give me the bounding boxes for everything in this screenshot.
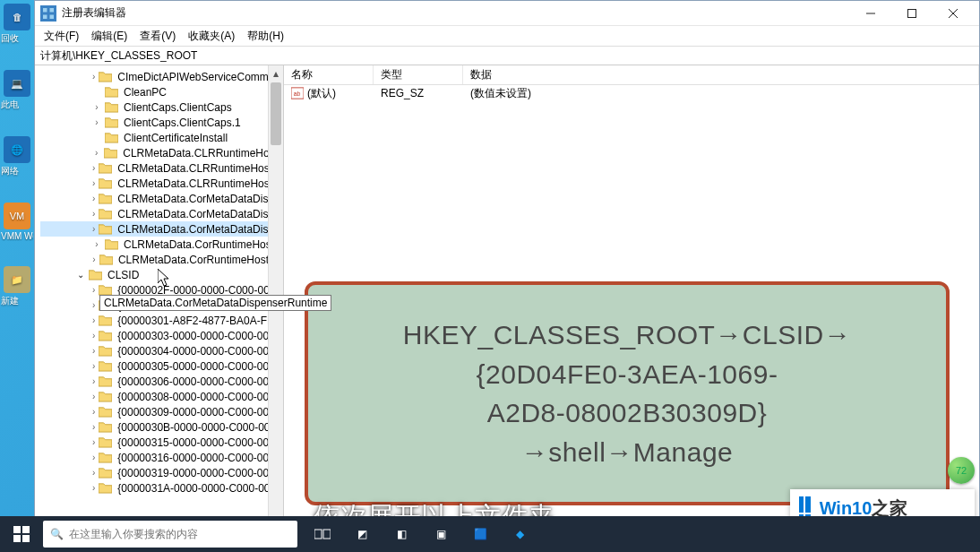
tree-node[interactable]: ›CImeDictAPIWebServiceComment.15 <box>40 69 283 84</box>
svg-rect-14 <box>22 535 30 542</box>
scroll-up-icon[interactable]: ▴ <box>269 65 283 81</box>
tree-node[interactable]: ›{00000306-0000-0000-C000-000000000 <box>40 374 283 389</box>
address-input[interactable] <box>40 49 974 62</box>
list-row[interactable]: ab (默认) REG_SZ (数值未设置) <box>284 85 979 101</box>
folder-icon <box>99 360 112 372</box>
col-name[interactable]: 名称 <box>284 65 374 84</box>
tree-node[interactable]: ›CLRMetaData.CLRRuntimeHost.2 <box>40 176 283 191</box>
chevron-right-icon[interactable]: › <box>92 194 95 203</box>
tree-node[interactable]: CleanPC <box>40 84 283 99</box>
chevron-down-icon[interactable]: ⌄ <box>76 270 85 280</box>
regedit-icon <box>40 5 56 22</box>
menu-fav[interactable]: 收藏夹(A) <box>188 29 235 44</box>
chevron-right-icon[interactable]: › <box>92 453 95 462</box>
tree-node[interactable]: ›{00000303-0000-0000-C000-000000000 <box>40 328 283 343</box>
chevron-right-icon[interactable]: › <box>92 300 95 310</box>
chevron-right-icon[interactable]: › <box>92 407 95 417</box>
chevron-right-icon[interactable]: › <box>92 102 101 112</box>
folder-icon <box>99 345 112 357</box>
svg-rect-12 <box>22 526 30 533</box>
chevron-right-icon[interactable]: › <box>92 285 95 295</box>
menu-view[interactable]: 查看(V) <box>140 29 176 44</box>
chevron-right-icon[interactable]: › <box>92 437 95 447</box>
chevron-right-icon[interactable]: › <box>92 163 95 173</box>
callout-line: HKEY_CLASSES_ROOT→CLSID→ <box>403 320 851 349</box>
tree-node[interactable]: ›{0000030B-0000-0000-C000-000000000 <box>40 419 283 435</box>
chevron-right-icon[interactable]: › <box>92 209 95 219</box>
taskbar-app-3[interactable]: ▣ <box>421 516 460 552</box>
tree-node[interactable]: ›CLRMetaData.CLRRuntimeHost <box>40 145 283 160</box>
address-bar[interactable] <box>35 46 979 65</box>
chevron-right-icon[interactable]: › <box>92 239 101 249</box>
menu-help[interactable]: 帮助(H) <box>247 29 284 44</box>
tree-node-label: CImeDictAPIWebServiceComment.15 <box>116 71 283 83</box>
desktop-icon-vmware[interactable]: VMVMM Work- <box>0 203 34 241</box>
tree-node[interactable]: ›{00000308-0000-0000-C000-000000000 <box>40 389 283 404</box>
tree-node[interactable]: ClientCertificateInstall <box>40 130 283 145</box>
chevron-right-icon[interactable]: › <box>92 331 95 341</box>
folder-icon <box>99 452 112 463</box>
start-button[interactable] <box>0 516 43 552</box>
tree-node[interactable]: ›{00000315-0000-0000-C000-000000000 <box>40 435 283 450</box>
desktop-icon-new[interactable]: 📁新建 <box>0 266 34 307</box>
chevron-right-icon[interactable]: › <box>92 117 101 127</box>
desktop-icon-network[interactable]: 🌐网络 <box>0 136 34 177</box>
menu-file[interactable]: 文件(F) <box>44 29 79 44</box>
tree-node[interactable]: ›{0000031A-0000-0000-C000-000000000 <box>40 480 283 496</box>
desktop-icon-thispc[interactable]: 💻此电 <box>0 70 34 111</box>
taskbar-app-5[interactable]: ◆ <box>500 516 539 552</box>
minimize-button[interactable] <box>850 1 891 25</box>
tree-node[interactable]: ›CLRMetaData.CorMetaDataDispenser <box>40 191 283 206</box>
menubar: 文件(F) 编辑(E) 查看(V) 收藏夹(A) 帮助(H) <box>35 26 979 46</box>
taskbar-search[interactable]: 🔍 <box>43 521 297 548</box>
chevron-right-icon[interactable]: › <box>92 483 95 493</box>
chevron-right-icon[interactable]: › <box>92 178 95 188</box>
svg-rect-13 <box>13 535 21 542</box>
tree-node[interactable]: ›ClientCaps.ClientCaps <box>40 99 283 115</box>
chevron-right-icon[interactable]: › <box>92 148 100 158</box>
registry-tree[interactable]: ›CImeDictAPIWebServiceComment.15CleanPC›… <box>40 69 283 496</box>
tree-node[interactable]: ›{00000319-0000-0000-C000-000000000 <box>40 465 283 480</box>
list-header[interactable]: 名称 类型 数据 <box>284 65 979 85</box>
tree-node[interactable]: ›CLRMetaData.CorRuntimeHost.2 <box>40 252 283 267</box>
chevron-right-icon[interactable]: › <box>92 224 95 234</box>
folder-icon <box>99 223 112 235</box>
maximize-button[interactable] <box>891 1 933 25</box>
chevron-right-icon[interactable]: › <box>92 392 95 401</box>
tree-node[interactable]: ›{00000305-0000-0000-C000-000000000 <box>40 358 283 374</box>
taskbar-app-4[interactable]: 🟦 <box>460 516 500 552</box>
tree-node[interactable]: ›CLRMetaData.CorMetaDataDispenser.2 <box>40 206 283 221</box>
desktop-icons: 🗑回收 💻此电 🌐网络 VMVMM Work- 📁新建 <box>0 0 34 552</box>
chevron-right-icon[interactable]: › <box>92 254 96 264</box>
taskbar-app-1[interactable]: ◩ <box>342 516 382 552</box>
chevron-right-icon[interactable]: › <box>92 315 95 325</box>
tree-node[interactable]: ›{00000309-0000-0000-C000-000000000 <box>40 404 283 419</box>
titlebar[interactable]: 注册表编辑器 <box>35 1 979 26</box>
chevron-right-icon[interactable]: › <box>92 346 95 356</box>
menu-edit[interactable]: 编辑(E) <box>91 29 127 44</box>
task-view-button[interactable] <box>303 516 342 552</box>
chevron-right-icon[interactable]: › <box>92 72 95 82</box>
col-data[interactable]: 数据 <box>463 65 979 84</box>
taskbar-app-2[interactable]: ◧ <box>382 516 421 552</box>
chevron-right-icon[interactable]: › <box>92 361 95 371</box>
desktop-icon-recycle[interactable]: 🗑回收 <box>0 4 34 45</box>
tree-node[interactable]: ›ClientCaps.ClientCaps.1 <box>40 115 283 130</box>
tree-node[interactable]: ›{00000304-0000-0000-C000-000000000 <box>40 343 283 358</box>
chevron-right-icon[interactable]: › <box>92 422 95 432</box>
tree-node[interactable]: ›CLRMetaData.CorMetaDataDispenserRun <box>40 221 283 237</box>
tree-node[interactable]: ›CLRMetaData.CorRuntimeHost <box>40 237 283 252</box>
search-input[interactable] <box>69 528 290 540</box>
tree-node[interactable]: ›{00000301-A8F2-4877-BA0A-FD2B6645 <box>40 313 283 328</box>
tree-node[interactable]: ›{00000316-0000-0000-C000-000000000 <box>40 450 283 465</box>
tree-node[interactable]: ⌄CLSID <box>40 267 283 282</box>
folder-icon <box>99 421 112 433</box>
close-button[interactable] <box>933 1 974 25</box>
col-type[interactable]: 类型 <box>374 65 463 84</box>
chevron-right-icon[interactable]: › <box>92 468 95 478</box>
tree-node[interactable]: ›CLRMetaData.CLRRuntimeHost.1 <box>40 160 283 176</box>
chevron-right-icon[interactable]: › <box>92 376 95 386</box>
taskbar: 🔍 ◩ ◧ ▣ 🟦 ◆ <box>0 516 980 552</box>
scroll-thumb[interactable] <box>271 82 281 145</box>
folder-icon <box>99 436 112 448</box>
